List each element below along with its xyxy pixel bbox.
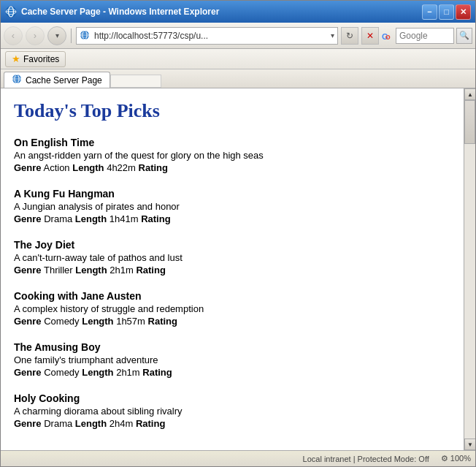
stop-button[interactable]: ✕	[361, 27, 379, 45]
rating-label: Rating	[141, 213, 170, 224]
google-search-input[interactable]	[396, 28, 454, 44]
scroll-down-button[interactable]: ▼	[464, 438, 475, 450]
movie-meta: Genre Comedy Length 2h1m Rating	[14, 367, 450, 378]
zoom-level: ⚙ 100%	[441, 454, 471, 463]
favorites-label: Favorites	[23, 54, 59, 64]
list-item: Cooking with Jane Austen A complex histo…	[14, 290, 450, 327]
window-controls: − □ ✕	[422, 4, 471, 20]
google-search-bar: G o 🔍	[382, 27, 472, 45]
back-icon: ‹	[12, 30, 15, 41]
content-area: Today's Top Picks On English Time An ang…	[1, 88, 475, 450]
favorites-toolbar: ★ Favorites	[1, 49, 475, 69]
address-bar[interactable]: ▾	[76, 27, 338, 45]
dropdown-button[interactable]: ▾	[47, 26, 66, 45]
stop-icon: ✕	[366, 31, 374, 41]
genre-label: Genre	[14, 367, 42, 378]
google-icon: G o	[382, 30, 394, 42]
length-label: Length	[75, 418, 107, 429]
length-label: Length	[72, 162, 104, 173]
length-label: Length	[82, 367, 113, 378]
forward-icon: ›	[34, 30, 37, 41]
svg-text:o: o	[385, 32, 391, 41]
page-content: Today's Top Picks On English Time An ang…	[1, 88, 464, 450]
movie-title: On English Time	[14, 137, 450, 148]
minimize-button[interactable]: −	[422, 4, 437, 20]
back-button[interactable]: ‹	[4, 26, 23, 45]
scroll-track[interactable]	[464, 100, 475, 438]
browser-window: Cache Server Page - Windows Internet Exp…	[0, 0, 476, 467]
genre-label: Genre	[14, 265, 42, 276]
browser-icon	[5, 6, 17, 18]
new-tab-input-area	[110, 75, 169, 88]
movie-meta: Genre Drama Length 1h41m Rating	[14, 213, 450, 224]
tab-area	[69, 51, 471, 67]
maximize-button[interactable]: □	[439, 4, 454, 20]
zone-info: Local intranet | Protected Mode: Off	[303, 455, 429, 463]
list-item: The Amusing Boy One family's triumphant …	[14, 341, 450, 378]
movie-description: An angst-ridden yarn of the quest for gl…	[14, 150, 450, 161]
rating-label: Rating	[136, 418, 165, 429]
list-item: A Kung Fu Hangman A Jungian analysis of …	[14, 188, 450, 224]
movie-description: A complex history of struggle and redemp…	[14, 303, 450, 314]
movie-meta: Genre Drama Length 2h4m Rating	[14, 418, 450, 429]
movie-title: The Joy Diet	[14, 239, 450, 251]
list-item: Holy Cooking A charming diorama about si…	[14, 392, 450, 429]
search-icon: 🔍	[459, 31, 469, 40]
dropdown-icon: ▾	[55, 31, 59, 39]
page-title: Today's Top Picks	[14, 100, 450, 122]
address-dropdown-arrow[interactable]: ▾	[331, 31, 334, 39]
scroll-thumb[interactable]	[464, 100, 475, 144]
movie-title: The Amusing Boy	[14, 341, 450, 353]
tab-label: Cache Server Page	[26, 75, 102, 86]
movies-list: On English Time An angst-ridden yarn of …	[14, 137, 450, 429]
movie-meta: Genre Thriller Length 2h1m Rating	[14, 265, 450, 276]
rating-label: Rating	[139, 162, 168, 173]
movie-meta: Genre Action Length 4h22m Rating	[14, 162, 450, 173]
genre-label: Genre	[14, 213, 42, 224]
address-ie-icon	[80, 30, 91, 42]
movie-description: A charming diorama about sibling rivalry	[14, 406, 450, 417]
tab-bar: Cache Server Page	[1, 69, 475, 88]
rating-label: Rating	[148, 316, 177, 327]
status-bar: Local intranet | Protected Mode: Off ⚙ 1…	[1, 450, 475, 466]
movie-title: Holy Cooking	[14, 392, 450, 404]
forward-button[interactable]: ›	[26, 26, 45, 45]
length-label: Length	[75, 265, 107, 276]
address-input[interactable]	[94, 31, 328, 41]
search-button[interactable]: 🔍	[456, 28, 472, 44]
movie-title: A Kung Fu Hangman	[14, 188, 450, 200]
movie-title: Cooking with Jane Austen	[14, 290, 450, 302]
length-label: Length	[82, 316, 113, 327]
genre-label: Genre	[14, 316, 42, 327]
star-icon: ★	[12, 53, 20, 64]
scroll-up-button[interactable]: ▲	[464, 88, 475, 100]
tab-ie-icon	[12, 74, 22, 86]
active-tab[interactable]: Cache Server Page	[4, 72, 110, 88]
genre-label: Genre	[14, 418, 42, 429]
movie-description: A Jungian analysis of pirates and honor	[14, 201, 450, 212]
genre-label: Genre	[14, 162, 42, 173]
favorites-button[interactable]: ★ Favorites	[5, 51, 66, 67]
new-tab-input[interactable]	[110, 75, 161, 88]
navigation-bar: ‹ › ▾ ▾ ↻ ✕	[1, 23, 475, 49]
title-bar: Cache Server Page - Windows Internet Exp…	[1, 1, 475, 23]
close-button[interactable]: ✕	[456, 4, 471, 20]
list-item: On English Time An angst-ridden yarn of …	[14, 137, 450, 173]
nav-separator	[71, 29, 72, 43]
length-label: Length	[75, 213, 107, 224]
movie-description: A can't-turn-away tale of pathos and lus…	[14, 252, 450, 263]
rating-label: Rating	[136, 265, 165, 276]
rating-label: Rating	[142, 367, 172, 378]
vertical-scrollbar[interactable]: ▲ ▼	[464, 88, 475, 450]
movie-description: One family's triumphant adventure	[14, 354, 450, 365]
refresh-button[interactable]: ↻	[341, 27, 358, 45]
window-title: Cache Server Page - Windows Internet Exp…	[21, 7, 418, 17]
list-item: The Joy Diet A can't-turn-away tale of p…	[14, 239, 450, 276]
refresh-icon: ↻	[346, 31, 353, 41]
movie-meta: Genre Comedy Length 1h57m Rating	[14, 316, 450, 327]
